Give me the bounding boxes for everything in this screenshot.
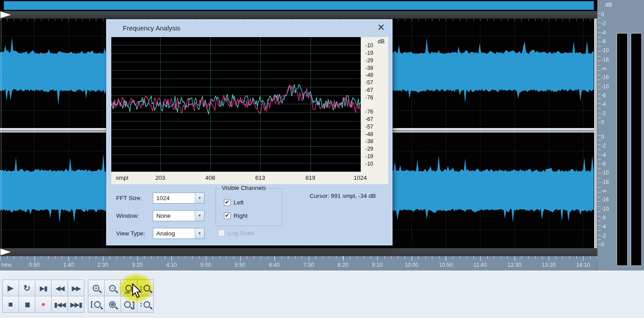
dialog-title: Frequency Analysis (123, 24, 180, 32)
fast-forward-icon: ▶▶ (72, 285, 80, 292)
play-button[interactable]: ▶ (3, 280, 19, 296)
zoom-in-button[interactable]: + (88, 280, 104, 296)
meter-ticks-left-channel (598, 13, 601, 126)
ruler-time-label: 9:10 (372, 262, 383, 268)
x-tick-label: 1024 (353, 174, 367, 181)
meter-scale-label: -∞ (601, 65, 607, 72)
close-icon[interactable]: × (375, 21, 388, 34)
x-tick-label: 613 (255, 174, 265, 181)
meter-scale-label: -10 (601, 170, 609, 176)
record-button[interactable]: ● (35, 296, 51, 312)
y-tick-label: -48 (365, 131, 383, 137)
view-type-field-row: View Type: Analog ▼ (116, 227, 205, 239)
ruler-time-label: 8:20 (337, 262, 348, 268)
zoom-selection-start-button[interactable]: [ (88, 296, 104, 312)
go-to-start-button[interactable]: ▮◀◀ (52, 296, 68, 312)
y-tick-label: -67 (365, 116, 383, 122)
transport-controls: ▶ ↻ ▶▮ ◀◀ ▶▶ ■ (2, 280, 84, 313)
playhead-cursor (1, 19, 1, 248)
rewind-button[interactable]: ◀◀ (52, 280, 68, 296)
goldwave-app-window: dB 0-2-4-6-10-16-∞-16-10-6-4-20 0-2-4-6-… (0, 0, 644, 318)
meter-bar-left (617, 33, 628, 266)
dialog-title-bar[interactable]: Frequency Analysis × (106, 19, 392, 36)
mouse-pointer-icon (132, 283, 142, 298)
plot-x-axis: smpl 2034086138191024 (111, 172, 388, 184)
y-tick-label: -19 (365, 50, 383, 56)
rewind-icon: ◀◀ (55, 285, 64, 292)
frequency-analysis-dialog: Frequency Analysis × dB -10-19-29-38-48-… (106, 19, 393, 246)
meter-scale-label: 0 (601, 11, 604, 18)
y-tick-label: -67 (365, 87, 383, 93)
zoom-vertical-out-icon (144, 301, 150, 308)
left-channel-checkbox[interactable] (224, 199, 231, 206)
log-scale-label: Log Scale (228, 230, 254, 236)
ruler-time-label: 6:40 (269, 262, 280, 268)
chevron-down-icon[interactable]: ▼ (195, 228, 204, 238)
meter-scale-label: 0 (601, 134, 604, 140)
zoom-out-icon: − (109, 285, 116, 292)
top-marker-strip[interactable] (0, 11, 597, 19)
view-type-dropdown[interactable]: Analog ▼ (153, 228, 205, 239)
log-scale-checkbox (218, 230, 225, 236)
ruler-time-label: 4:10 (166, 262, 177, 268)
play-to-end-icon: ▶▮ (40, 285, 47, 292)
go-to-end-icon: ▶▶▮ (70, 301, 81, 308)
record-icon: ● (41, 301, 45, 308)
meter-unit-label: dB (605, 1, 612, 8)
zoom-in-icon: + (93, 285, 99, 292)
zoom-selection-button[interactable]: ⊕ (105, 296, 121, 312)
play-to-end-button[interactable]: ▶▮ (35, 280, 51, 296)
meter-scale-label: -2 (601, 20, 606, 26)
ruler-time-label: 0:50 (29, 262, 39, 268)
stop-button[interactable]: ■ (3, 296, 19, 312)
meter-scale-label: -∞ (601, 188, 607, 194)
meter-scale-label: -6 (601, 215, 606, 221)
y-ticks-lower: -76-67-57-48-38-29-19-10 (365, 109, 383, 167)
time-ruler[interactable]: hms0:501:402:303:204:105:005:506:407:308… (0, 256, 597, 270)
meter-scale-label: 0 (601, 119, 604, 125)
finish-marker-icon[interactable] (0, 249, 11, 255)
meter-scale-label: -4 (601, 30, 606, 36)
loop-play-button[interactable]: ↻ (19, 280, 35, 296)
chevron-down-icon[interactable]: ▼ (195, 193, 204, 203)
start-marker-icon[interactable] (0, 11, 11, 18)
ruler-time-label: 3:20 (132, 262, 142, 268)
checkmark-icon (225, 199, 230, 205)
window-dropdown[interactable]: None ▼ (153, 210, 205, 221)
ruler-time-label: 12:30 (508, 262, 521, 268)
fast-forward-button[interactable]: ▶▶ (68, 280, 84, 296)
x-tick-label: 819 (305, 174, 315, 181)
pause-button[interactable]: ▮▮ (19, 296, 35, 312)
y-tick-label: -19 (365, 153, 383, 159)
y-tick-label: -57 (365, 80, 383, 86)
meter-scale-label: -4 (601, 101, 606, 107)
fft-size-label: FFT Size: (116, 195, 153, 201)
meter-bar-right (631, 33, 642, 266)
right-channel-checkbox[interactable] (224, 212, 231, 219)
ruler-time-label: 2:30 (98, 262, 108, 268)
bottom-marker-strip[interactable] (0, 248, 597, 256)
x-axis-unit: smpl (116, 174, 129, 181)
meter-scale-label: -16 (601, 197, 609, 203)
meter-scale-label: -10 (601, 206, 609, 212)
groupbox-title: Visible Channels (220, 185, 268, 191)
fft-size-dropdown[interactable]: 1024 ▼ (153, 193, 205, 204)
go-to-end-button[interactable]: ▶▶▮ (68, 296, 84, 312)
meter-scale-label: -16 (601, 57, 609, 63)
meter-scale-label: -16 (601, 179, 609, 185)
control-panel: ▶ ↻ ▶▮ ◀◀ ▶▶ ■ (0, 270, 644, 318)
y-tick-label: -57 (365, 124, 383, 130)
chevron-down-icon[interactable]: ▼ (195, 211, 204, 221)
y-tick-label: -38 (365, 65, 383, 71)
meter-ticks-right-channel (598, 135, 601, 248)
meter-scale-label: 0 (601, 242, 604, 248)
meter-scale-label: -6 (601, 38, 606, 45)
y-tick-label: -76 (365, 95, 383, 101)
zoom-selection-start-icon (94, 301, 101, 308)
overview-waveform-bar[interactable] (4, 1, 594, 10)
spectrum-plot[interactable] (111, 37, 361, 172)
loop-play-icon: ↻ (23, 284, 30, 292)
meter-scale-label: -6 (601, 92, 606, 98)
meter-scale-label: -16 (601, 74, 609, 80)
y-tick-label: -29 (365, 146, 383, 152)
